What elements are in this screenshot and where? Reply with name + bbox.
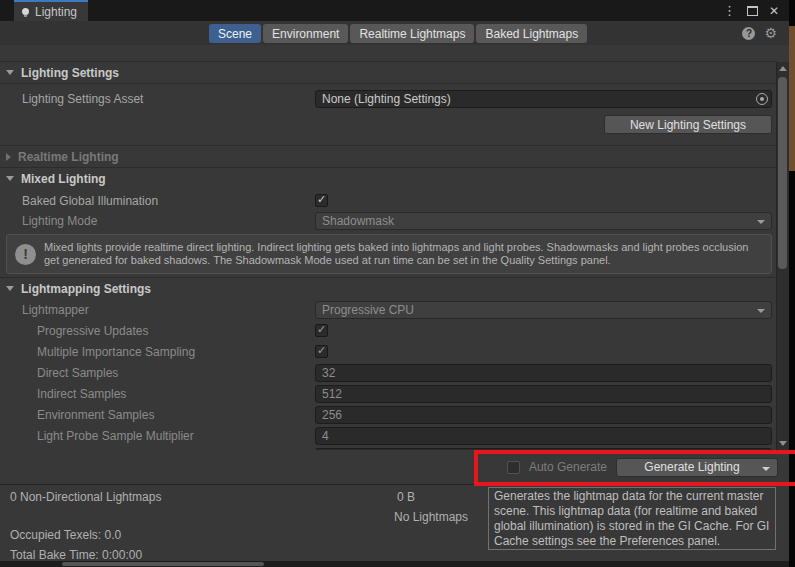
lighting-window: Lighting ⋮ ✕ Scene Environment Realtime … bbox=[0, 0, 795, 567]
horizontal-scrollbar[interactable] bbox=[0, 561, 789, 567]
asset-label: Lighting Settings Asset bbox=[22, 92, 143, 106]
generate-lighting-button[interactable]: Generate Lighting bbox=[616, 458, 778, 477]
close-icon[interactable]: ✕ bbox=[769, 4, 779, 18]
section-header-lightmapping-settings[interactable]: Lightmapping Settings bbox=[0, 277, 776, 299]
lighting-settings-asset-row: Lighting Settings Asset None (Lighting S… bbox=[0, 89, 776, 109]
total-bake-time: Total Bake Time: 0:00:00 bbox=[10, 548, 142, 562]
light-probe-multiplier-row: Light Probe Sample Multiplier 4 bbox=[0, 426, 776, 446]
lightbulb-icon bbox=[22, 8, 29, 15]
foldout-closed-icon bbox=[6, 153, 11, 161]
tab-scene[interactable]: Scene bbox=[209, 24, 261, 43]
tab-baked-lightmaps[interactable]: Baked Lightmaps bbox=[476, 24, 587, 43]
scroll-down-icon[interactable] bbox=[779, 441, 787, 446]
generate-bar: Auto Generate Generate Lighting bbox=[0, 450, 789, 484]
window-menu-icon[interactable]: ⋮ bbox=[723, 4, 736, 17]
toolbar: Scene Environment Realtime Lightmaps Bak… bbox=[0, 21, 789, 45]
info-icon: ! bbox=[15, 244, 36, 265]
environment-samples-row: Environment Samples 256 bbox=[0, 405, 776, 425]
lighting-mode-row: Lighting Mode Shadowmask bbox=[0, 211, 776, 231]
settings-scroll-area: Lighting Settings Lighting Settings Asse… bbox=[0, 45, 776, 450]
title-bar: Lighting ⋮ ✕ bbox=[0, 0, 789, 21]
mixed-lighting-info-box: ! Mixed lights provide realtime direct l… bbox=[6, 234, 772, 274]
indirect-samples-row: Indirect Samples 512 bbox=[0, 384, 776, 404]
occupied-texels: Occupied Texels: 0.0 bbox=[10, 528, 121, 542]
no-lightmaps-label: No Lightmaps bbox=[394, 510, 468, 524]
auto-generate-checkbox[interactable] bbox=[507, 461, 520, 474]
foldout-open-icon bbox=[6, 286, 14, 291]
lightmapper-label: Lightmapper bbox=[22, 303, 89, 317]
foldout-open-icon bbox=[6, 70, 14, 75]
new-settings-row: New Lighting Settings bbox=[0, 115, 776, 134]
lightmaps-size: 0 B bbox=[397, 490, 415, 504]
lighting-mode-label: Lighting Mode bbox=[22, 214, 97, 228]
indirect-samples-label: Indirect Samples bbox=[37, 387, 126, 401]
mis-label: Multiple Importance Sampling bbox=[37, 345, 195, 359]
environment-samples-input[interactable]: 256 bbox=[315, 406, 772, 424]
section-header-mixed-lighting[interactable]: Mixed Lighting bbox=[0, 167, 776, 189]
mis-checkbox[interactable] bbox=[315, 345, 328, 358]
lightmapper-dropdown[interactable]: Progressive CPU bbox=[315, 301, 772, 319]
window-tab-lighting[interactable]: Lighting bbox=[14, 0, 88, 21]
progressive-updates-checkbox[interactable] bbox=[315, 324, 328, 337]
object-picker-icon[interactable] bbox=[756, 93, 768, 105]
baked-gi-row: Baked Global Illumination bbox=[0, 191, 776, 211]
mis-row: Multiple Importance Sampling bbox=[0, 342, 776, 362]
lightmaps-count: 0 Non-Directional Lightmaps bbox=[10, 490, 161, 504]
vertical-scrollbar[interactable] bbox=[776, 62, 789, 450]
baked-gi-checkbox[interactable] bbox=[315, 194, 328, 207]
section-header-realtime-lighting[interactable]: Realtime Lighting bbox=[0, 145, 776, 167]
direct-samples-label: Direct Samples bbox=[37, 366, 118, 380]
environment-samples-label: Environment Samples bbox=[37, 408, 154, 422]
progressive-updates-label: Progressive Updates bbox=[37, 324, 148, 338]
light-probe-multiplier-label: Light Probe Sample Multiplier bbox=[37, 429, 194, 443]
window-title: Lighting bbox=[35, 5, 77, 19]
horizontal-scrollbar-thumb[interactable] bbox=[62, 562, 264, 566]
section-header-lighting-settings[interactable]: Lighting Settings bbox=[0, 61, 776, 84]
progressive-updates-row: Progressive Updates bbox=[0, 321, 776, 341]
background-window-sliver bbox=[789, 26, 795, 171]
help-icon[interactable]: ? bbox=[742, 27, 755, 40]
generate-lighting-tooltip: Generates the lightmap data for the curr… bbox=[488, 487, 776, 550]
auto-generate-label: Auto Generate bbox=[529, 460, 607, 474]
gear-icon[interactable]: ⚙ bbox=[764, 26, 777, 40]
indirect-samples-input[interactable]: 512 bbox=[315, 385, 772, 403]
foldout-open-icon bbox=[6, 176, 14, 181]
light-probe-multiplier-input[interactable]: 4 bbox=[315, 427, 772, 445]
desktop-edge-strip bbox=[789, 0, 795, 567]
direct-samples-input[interactable]: 32 bbox=[315, 364, 772, 382]
direct-samples-row: Direct Samples 32 bbox=[0, 363, 776, 383]
lighting-mode-dropdown[interactable]: Shadowmask bbox=[315, 212, 772, 230]
scroll-up-icon[interactable] bbox=[779, 66, 787, 71]
info-text: Mixed lights provide realtime direct lig… bbox=[44, 241, 763, 267]
baked-gi-label: Baked Global Illumination bbox=[22, 194, 158, 208]
lightmapper-row: Lightmapper Progressive CPU bbox=[0, 300, 776, 320]
scrollbar-thumb[interactable] bbox=[778, 77, 787, 269]
new-lighting-settings-button[interactable]: New Lighting Settings bbox=[604, 115, 772, 134]
lighting-settings-asset-field[interactable]: None (Lighting Settings) bbox=[315, 90, 772, 108]
tab-environment[interactable]: Environment bbox=[263, 24, 348, 43]
mode-tabstrip: Scene Environment Realtime Lightmaps Bak… bbox=[209, 24, 587, 43]
maximize-icon[interactable] bbox=[747, 6, 758, 16]
tab-realtime-lightmaps[interactable]: Realtime Lightmaps bbox=[350, 24, 474, 43]
